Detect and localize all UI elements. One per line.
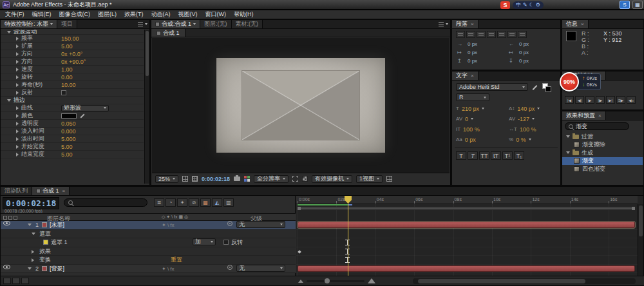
mask-invert-checkbox[interactable] <box>223 240 229 245</box>
font-size-value[interactable]: 210 px <box>462 106 479 112</box>
timeline-tool-button[interactable]: ⊘ <box>189 198 199 207</box>
timeline-row[interactable]: 效果 <box>1 247 296 256</box>
composition-view[interactable] <box>152 38 450 173</box>
align-button[interactable] <box>507 31 516 38</box>
close-icon[interactable]: × <box>581 21 584 27</box>
ime-tool-icon[interactable]: ⚙ <box>536 2 540 8</box>
zoom-slider-handle[interactable] <box>325 278 330 283</box>
transport-button[interactable]: ≡▶ <box>616 96 625 104</box>
baseline-shift-field[interactable]: Aa 0 px <box>456 136 476 143</box>
transport-button[interactable]: ◀» <box>627 96 636 104</box>
eye-icon[interactable] <box>3 265 10 269</box>
menu-item[interactable]: 图层(L) <box>94 10 120 19</box>
dropdown[interactable]: 矩形波 <box>61 105 109 111</box>
type-style-button[interactable]: T <box>468 151 478 160</box>
snapshot-icon[interactable] <box>234 176 240 181</box>
type-style-button[interactable]: TT <box>479 151 489 160</box>
twirl-icon[interactable] <box>16 91 19 95</box>
property-value[interactable]: 5.00 <box>61 151 73 158</box>
twirl-icon[interactable] <box>7 99 11 102</box>
vertical-scale-field[interactable]: IT 100 % <box>456 126 480 133</box>
paragraph-field[interactable]: →0 px <box>457 41 509 47</box>
font-style-dropdown[interactable]: R <box>456 93 489 101</box>
leading-value[interactable]: 140 px <box>517 106 535 112</box>
timeline-tool-button[interactable]: ≣ <box>154 198 164 207</box>
twirl-icon[interactable] <box>16 52 19 56</box>
twirl-icon[interactable] <box>28 267 32 270</box>
paragraph-field[interactable]: ↦0 px <box>457 49 509 55</box>
property-value[interactable]: 0.050 <box>61 120 76 127</box>
timeline-row[interactable]: 变换重置 <box>1 256 296 265</box>
checkbox[interactable] <box>61 90 66 95</box>
twirl-icon[interactable] <box>16 137 19 141</box>
close-icon[interactable]: × <box>471 21 474 27</box>
reset-link[interactable]: 重置 <box>171 256 182 264</box>
type-style-button[interactable]: T₁ <box>514 151 524 160</box>
property-value[interactable]: 1.00 <box>61 66 73 73</box>
property-value[interactable]: 150.00 <box>61 35 79 42</box>
type-style-button[interactable]: T¹ <box>502 151 513 160</box>
leading-field[interactable]: A↕ 140 px <box>509 105 540 112</box>
mask-mode-dropdown[interactable]: 加 <box>193 238 216 245</box>
scrollbar-thumb[interactable] <box>639 205 643 236</box>
color-swatch[interactable] <box>61 113 77 119</box>
twirl-icon[interactable] <box>566 135 570 138</box>
property-value[interactable]: 5.00 <box>61 43 73 50</box>
transport-button[interactable]: ◀| <box>575 96 584 104</box>
timeline-row[interactable]: 遮罩 1加反转 <box>1 238 296 247</box>
sogou-ime-icon[interactable]: S <box>500 1 510 9</box>
scrollbar-thumb[interactable] <box>146 31 149 76</box>
camera-dropdown[interactable]: 有效摄像机 <box>312 175 352 183</box>
tracking-field[interactable]: AV -127 <box>509 115 535 122</box>
zoom-in-icon[interactable] <box>368 278 375 283</box>
ime-tool-icon[interactable]: ☾ <box>529 2 534 8</box>
property-value[interactable]: 0.000 <box>61 128 76 135</box>
eyedropper-icon[interactable] <box>532 84 538 90</box>
tab-render-queue[interactable]: 渲染队列 <box>1 187 32 195</box>
preset-item[interactable]: 渐变 <box>562 157 643 166</box>
font-family-dropdown[interactable]: Adobe Heiti Std <box>456 83 528 91</box>
pixel-aspect-icon[interactable] <box>386 176 392 182</box>
pane-toggle-button[interactable] <box>21 278 29 284</box>
transport-button[interactable]: |▶ <box>596 96 605 104</box>
twirl-icon[interactable] <box>16 106 19 110</box>
horizontal-scale-field[interactable]: ↔T 100 % <box>509 126 536 133</box>
transport-button[interactable]: ▶| <box>606 96 615 104</box>
property-value[interactable]: 10.00 <box>61 82 76 88</box>
twirl-icon[interactable] <box>16 75 19 79</box>
timeline-row[interactable]: 1[水墨]✦ \ fx无 <box>1 221 296 230</box>
eyedropper-icon[interactable] <box>79 113 85 119</box>
property-value[interactable]: 0x +90.0° <box>61 59 86 65</box>
zoom-out-icon[interactable] <box>298 280 303 283</box>
twirl-icon[interactable] <box>32 250 34 254</box>
tab-character[interactable]: 文字 × <box>452 72 478 80</box>
tab-composition[interactable]: 合成:合成 1 <box>151 20 200 28</box>
layer-switches[interactable]: ✦ \ fx <box>162 265 175 273</box>
preset-item[interactable]: 渐变擦除 <box>562 141 643 149</box>
timeline-search-input[interactable] <box>64 198 147 207</box>
tab-timeline-comp[interactable]: 合成 1 × <box>32 187 70 195</box>
preset-category[interactable]: 生成 <box>562 149 643 157</box>
menu-item[interactable]: 视图(V) <box>175 10 202 19</box>
menu-item[interactable]: 帮助(H) <box>230 10 258 19</box>
timeline-tool-button[interactable]: ▦ <box>200 198 211 207</box>
menu-item[interactable]: 窗口(W) <box>202 10 231 19</box>
region-of-interest-icon[interactable] <box>292 176 298 182</box>
paragraph-field[interactable]: ↧0 px <box>509 57 556 64</box>
menu-item[interactable]: 编辑(E) <box>28 10 55 19</box>
preset-item[interactable]: 四色渐变 <box>562 165 643 173</box>
font-size-field[interactable]: T 210 px <box>456 105 484 112</box>
ime-tool-icon[interactable]: ✎ <box>523 2 527 8</box>
close-icon[interactable]: × <box>62 188 66 194</box>
twirl-icon[interactable] <box>32 233 35 235</box>
current-timecode[interactable]: 0:00:02:18 <box>3 197 59 209</box>
timeline-horizontal-scrollbar[interactable] <box>413 278 636 284</box>
ime-tool-icon[interactable]: 中 <box>516 2 521 8</box>
tab-footage[interactable]: 素材:(无) <box>232 20 263 28</box>
ime-s-icon[interactable]: S <box>620 1 630 9</box>
layer-color-swatch[interactable] <box>42 222 47 227</box>
tab-effects-presets[interactable]: 效果和预置 × <box>562 111 606 120</box>
twirl-icon[interactable] <box>16 83 19 87</box>
align-button[interactable] <box>477 31 486 38</box>
align-button[interactable] <box>487 31 496 38</box>
